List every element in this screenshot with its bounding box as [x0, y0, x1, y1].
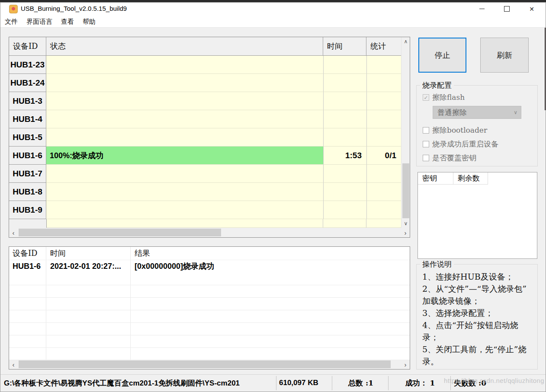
erase-flash-checkbox[interactable]: ✓ — [423, 94, 429, 101]
reboot-after-label: 烧录成功后重启设备 — [432, 139, 498, 149]
horizontal-scrollbar-thumb[interactable] — [19, 360, 391, 368]
table-row[interactable]: HUB1-24 — [9, 74, 401, 92]
horizontal-scrollbar-thumb[interactable] — [19, 229, 221, 236]
menu-language[interactable]: 界面语言 — [22, 16, 57, 27]
device-status — [46, 165, 323, 183]
vertical-scrollbar-thumb[interactable] — [402, 163, 409, 218]
device-stats — [366, 92, 401, 110]
scroll-left-icon[interactable]: ‹ — [9, 228, 18, 237]
instruction-step: 5、关闭工具前，先“停止”烧录。 — [422, 343, 533, 367]
horizontal-scrollbar[interactable]: ‹ › — [9, 360, 410, 369]
refresh-button[interactable]: 刷新 — [480, 38, 529, 73]
menu-bar: 文件 界面语言 查看 帮助 — [0, 16, 546, 28]
erase-mode-value: 普通擦除 — [437, 108, 467, 118]
close-button[interactable]: ✕ — [522, 2, 542, 16]
log-header-time: 时间 — [50, 247, 66, 260]
device-status — [46, 74, 323, 92]
chevron-down-icon: ∨ — [514, 109, 517, 115]
statusbar-divider — [332, 376, 332, 390]
maximize-icon — [504, 6, 510, 12]
device-time — [323, 219, 366, 228]
device-id: HUB1-8 — [9, 183, 46, 201]
instruction-step: 1、连接好HUB及设备； — [422, 271, 533, 283]
device-time — [323, 128, 366, 147]
device-stats — [366, 128, 401, 147]
device-time — [323, 92, 366, 110]
watermark-text: https://blog.csdn.net/qqliuzhitong — [444, 377, 544, 384]
device-time — [323, 74, 366, 92]
table-row-partial — [9, 219, 401, 228]
device-stats: 0/1 — [366, 147, 401, 165]
total-count: 总数 :1 — [334, 375, 388, 391]
menu-help[interactable]: 帮助 — [78, 16, 100, 27]
device-stats — [366, 74, 401, 92]
log-header-device-id: 设备ID — [13, 247, 38, 260]
device-id: HUB1-23 — [9, 56, 46, 74]
key-table: 密钥 剩余数 — [418, 172, 537, 259]
device-id: HUB1-6 — [9, 147, 46, 165]
horizontal-scrollbar[interactable]: ‹ › — [9, 228, 410, 237]
erase-bootloader-checkbox[interactable] — [423, 127, 429, 134]
maximize-button[interactable] — [497, 2, 517, 16]
device-time — [323, 165, 366, 183]
erase-flash-row: ✓ 擦除flash — [423, 92, 465, 102]
header-stats: 统计 — [366, 37, 401, 56]
app-icon — [9, 5, 18, 13]
device-id — [9, 219, 47, 228]
menu-view[interactable]: 查看 — [57, 16, 78, 27]
overwrite-key-row: 是否覆盖密钥 — [423, 153, 476, 163]
overwrite-key-checkbox[interactable] — [423, 155, 429, 161]
check-icon: ✓ — [424, 95, 428, 101]
burn-config-title: 烧录配置 — [420, 80, 454, 90]
device-id: HUB1-3 — [9, 92, 46, 110]
device-id: HUB1-7 — [9, 165, 46, 183]
erase-bootloader-row: 擦除bootloader — [423, 125, 487, 135]
statusbar-divider — [388, 376, 389, 390]
device-stats — [366, 110, 401, 128]
device-status — [47, 219, 323, 228]
scroll-right-icon[interactable]: › — [401, 360, 410, 369]
minimize-button[interactable] — [472, 2, 492, 16]
device-table-header: 设备ID 状态 时间 统计 — [9, 37, 401, 56]
header-status: 状态 — [46, 37, 323, 56]
empty-row-lines — [9, 273, 410, 360]
table-row[interactable]: HUB1-5 — [9, 128, 401, 147]
reboot-after-checkbox[interactable] — [423, 141, 429, 147]
instruction-step: 3、选择烧录配置； — [422, 307, 533, 319]
table-row[interactable]: HUB1-3 — [9, 92, 401, 110]
log-time: 2021-02-01 20:27:... — [50, 260, 121, 273]
device-id: HUB1-4 — [9, 110, 46, 128]
scroll-left-icon[interactable]: ‹ — [9, 360, 18, 369]
device-time — [323, 201, 366, 219]
instructions-group: 操作说明 1、连接好HUB及设备； 2、从“文件”—“导入烧录包”加载烧录镜像；… — [416, 264, 538, 370]
vertical-scrollbar[interactable]: ∧ ∨ — [401, 37, 410, 228]
table-row[interactable]: HUB1-9 — [9, 201, 401, 219]
table-row[interactable]: HUB1-4 — [9, 110, 401, 128]
table-row[interactable]: HUB1-8 — [9, 183, 401, 201]
statusbar-divider — [276, 376, 276, 390]
scroll-right-icon[interactable]: › — [401, 228, 410, 237]
firmware-path: G:\各种板卡文件\易视腾YS代工魔百盒cm201-1免拆线刷固件\YS-cm2… — [4, 375, 274, 391]
menu-file[interactable]: 文件 — [0, 16, 22, 27]
close-icon: ✕ — [529, 6, 534, 13]
table-row[interactable]: HUB1-7 — [9, 165, 401, 183]
table-row[interactable]: HUB1-23 — [9, 56, 401, 74]
minimize-icon — [479, 9, 485, 9]
erase-mode-dropdown[interactable]: 普通擦除 ∨ — [433, 106, 521, 119]
scroll-up-icon[interactable]: ∧ — [401, 37, 410, 46]
reboot-after-row: 烧录成功后重启设备 — [423, 139, 498, 149]
device-status — [46, 110, 323, 128]
remaining-header: 剩余数 — [453, 172, 488, 185]
header-device-id: 设备ID — [9, 37, 46, 56]
instructions-title: 操作说明 — [420, 259, 454, 269]
device-stats — [366, 56, 401, 74]
instruction-step: 2、从“文件”—“导入烧录包”加载烧录镜像； — [422, 283, 533, 307]
log-result: [0x00000000]烧录成功 — [135, 260, 214, 273]
device-id: HUB1-5 — [9, 128, 46, 147]
device-time — [323, 110, 366, 128]
table-row-success[interactable]: HUB1-6 100%:烧录成功 1:53 0/1 — [9, 147, 401, 165]
scroll-down-icon[interactable]: ∨ — [401, 219, 410, 228]
stop-button[interactable]: 停止 — [418, 38, 466, 73]
success-count: 成功： 1 — [390, 375, 450, 391]
device-status — [46, 201, 323, 219]
